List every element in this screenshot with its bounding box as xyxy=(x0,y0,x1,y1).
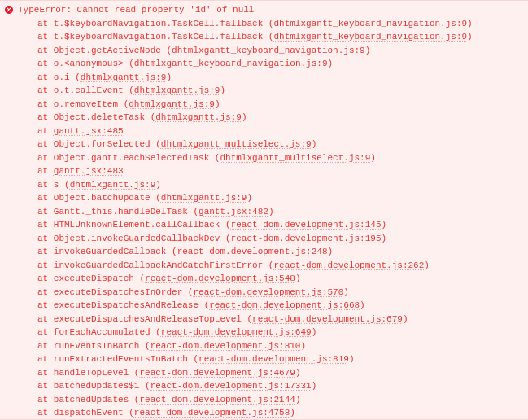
paren-close: ) xyxy=(467,32,473,42)
paren-close: ) xyxy=(327,59,333,68)
stack-frame: at invokeGuardedCallback (react-dom.deve… xyxy=(37,245,528,259)
stack-at: at xyxy=(37,395,54,405)
source-link[interactable]: react-dom.development.js:810 xyxy=(151,341,301,351)
stack-frame: at Object.getActiveNode (dhtmlxgantt_key… xyxy=(37,44,528,58)
source-link[interactable]: dhtmlxgantt_keyboard_navigation.js:9 xyxy=(273,19,467,28)
stack-frame: at runEventsInBatch (react-dom.developme… xyxy=(37,339,528,353)
stack-frame: at Object.gantt.eachSelectedTask (dhtmlx… xyxy=(37,151,528,165)
stack-frame: at forEachAccumulated (react-dom.develop… xyxy=(37,326,528,339)
paren-open: ( xyxy=(225,220,231,230)
stack-at: at xyxy=(37,260,54,270)
stack-frame: at dispatchEvent (react-dom.development.… xyxy=(37,406,528,420)
source-link[interactable]: react-dom.development.js:548 xyxy=(145,273,295,283)
error-message[interactable]: TypeError: Cannot read property 'id' of … xyxy=(18,3,254,17)
paren-open: ( xyxy=(155,193,161,203)
stack-context: invokeGuardedCallback xyxy=(54,247,172,256)
stack-at: at xyxy=(37,220,54,230)
source-link[interactable]: gantt.jsx:485 xyxy=(54,126,124,136)
stack-context: batchedUpdates$1 xyxy=(54,381,145,391)
source-link[interactable]: react-dom.development.js:248 xyxy=(177,247,328,256)
stack-context: t.$keyboardNavigation.TaskCell.fallback xyxy=(54,19,268,28)
stack-context: o.removeItem xyxy=(54,99,124,109)
source-link[interactable]: react-dom.development.js:4758 xyxy=(134,408,290,418)
stack-context: executeDispatchesAndRelease xyxy=(54,300,204,310)
stack-at: at xyxy=(37,59,54,68)
source-link[interactable]: react-dom.development.js:195 xyxy=(231,234,382,243)
paren-close: ) xyxy=(290,408,295,418)
source-link[interactable]: react-dom.development.js:679 xyxy=(252,314,403,324)
stack-at: at xyxy=(37,381,54,391)
source-link[interactable]: gantt.jsx:483 xyxy=(54,166,124,176)
stack-frame: at o.<anonymous> (dhtmlxgantt_keyboard_n… xyxy=(37,57,528,71)
source-link[interactable]: react-dom.development.js:649 xyxy=(161,327,312,337)
console-error-block: TypeError: Cannot read property 'id' of … xyxy=(0,0,528,420)
stack-context: executeDispatchesAndReleaseTopLevel xyxy=(54,314,247,324)
stack-frame: at invokeGuardedCallbackAndCatchFirstErr… xyxy=(37,259,528,273)
stack-frame: at gantt.jsx:483 xyxy=(37,164,528,178)
stack-context: Object.gantt.eachSelectedTask xyxy=(54,153,215,163)
stack-context: handleTopLevel xyxy=(54,368,134,378)
paren-close: ) xyxy=(382,234,387,243)
source-link[interactable]: react-dom.development.js:145 xyxy=(231,220,382,230)
stack-at: at xyxy=(37,368,54,378)
source-link[interactable]: react-dom.development.js:262 xyxy=(273,260,424,270)
source-link[interactable]: dhtmlxgantt.js:9 xyxy=(129,99,215,109)
source-link[interactable]: dhtmlxgantt.js:9 xyxy=(81,72,167,82)
stack-at: at xyxy=(37,354,54,364)
paren-open: ( xyxy=(75,72,81,82)
source-link[interactable]: dhtmlxgantt.js:9 xyxy=(70,180,156,190)
stack-frame: at o.i (dhtmlxgantt.js:9) xyxy=(37,71,528,85)
stack-frame: at s (dhtmlxgantt.js:9) xyxy=(37,178,528,192)
paren-close: ) xyxy=(166,72,172,82)
stack-frame: at o.t.callEvent (dhtmlxgantt.js:9) xyxy=(37,84,528,98)
stack-context: invokeGuardedCallbackAndCatchFirstError xyxy=(54,260,268,270)
source-link[interactable]: gantt.jsx:482 xyxy=(199,207,268,217)
stack-frame: at executeDispatch (react-dom.developmen… xyxy=(37,272,528,286)
stack-context: HTMLUnknownElement.callCallback xyxy=(54,220,225,230)
source-link[interactable]: dhtmlxgantt_multiselect.js:9 xyxy=(161,139,312,149)
error-icon xyxy=(5,6,13,14)
stack-context: executeDispatch xyxy=(54,273,140,283)
stack-at: at xyxy=(37,32,54,42)
source-link[interactable]: dhtmlxgantt_keyboard_navigation.js:9 xyxy=(172,46,365,55)
paren-close: ) xyxy=(247,193,252,203)
source-link[interactable]: dhtmlxgantt.js:9 xyxy=(155,112,242,122)
source-link[interactable]: dhtmlxgantt_keyboard_navigation.js:9 xyxy=(273,32,467,42)
stack-context: o.<anonymous> xyxy=(54,59,129,68)
stack-context: dispatchEvent xyxy=(54,408,129,418)
paren-close: ) xyxy=(295,273,301,283)
error-header-line: TypeError: Cannot read property 'id' of … xyxy=(0,3,528,17)
paren-close: ) xyxy=(467,19,473,28)
stack-frame: at executeDispatchesInOrder (react-dom.d… xyxy=(37,286,528,300)
source-link[interactable]: react-dom.development.js:819 xyxy=(199,354,349,364)
stack-context: Gantt._this.handleDelTask xyxy=(54,207,194,217)
source-link[interactable]: react-dom.development.js:2144 xyxy=(139,395,295,405)
paren-close: ) xyxy=(370,153,376,163)
stack-frame: at runExtractedEventsInBatch (react-dom.… xyxy=(37,352,528,366)
source-link[interactable]: dhtmlxgantt.js:9 xyxy=(134,85,220,95)
stack-at: at xyxy=(37,314,54,324)
source-link[interactable]: react-dom.development.js:570 xyxy=(193,287,343,297)
stack-at: at xyxy=(37,112,54,122)
paren-open: ( xyxy=(225,234,231,243)
stack-context: Object.getActiveNode xyxy=(54,46,167,55)
stack-context: runExtractedEventsInBatch xyxy=(54,354,194,364)
paren-close: ) xyxy=(312,139,317,149)
paren-open: ( xyxy=(145,381,151,391)
source-link[interactable]: dhtmlxgantt.js:9 xyxy=(161,193,247,203)
stack-at: at xyxy=(37,327,54,337)
paren-open: ( xyxy=(155,139,161,149)
source-link[interactable]: react-dom.development.js:17331 xyxy=(151,381,312,391)
source-link[interactable]: dhtmlxgantt_multiselect.js:9 xyxy=(220,153,370,163)
stack-frame: at t.$keyboardNavigation.TaskCell.fallba… xyxy=(37,17,528,31)
source-link[interactable]: react-dom.development.js:668 xyxy=(209,300,360,310)
stack-at: at xyxy=(37,139,54,149)
source-link[interactable]: react-dom.development.js:4679 xyxy=(139,368,295,378)
stack-trace: at t.$keyboardNavigation.TaskCell.fallba… xyxy=(0,17,528,421)
stack-context: Object.deleteTask xyxy=(54,112,151,122)
stack-at: at xyxy=(37,19,54,28)
paren-close: ) xyxy=(155,180,161,190)
source-link[interactable]: dhtmlxgantt_keyboard_navigation.js:9 xyxy=(134,59,328,68)
paren-open: ( xyxy=(155,327,161,337)
stack-at: at xyxy=(37,273,54,283)
